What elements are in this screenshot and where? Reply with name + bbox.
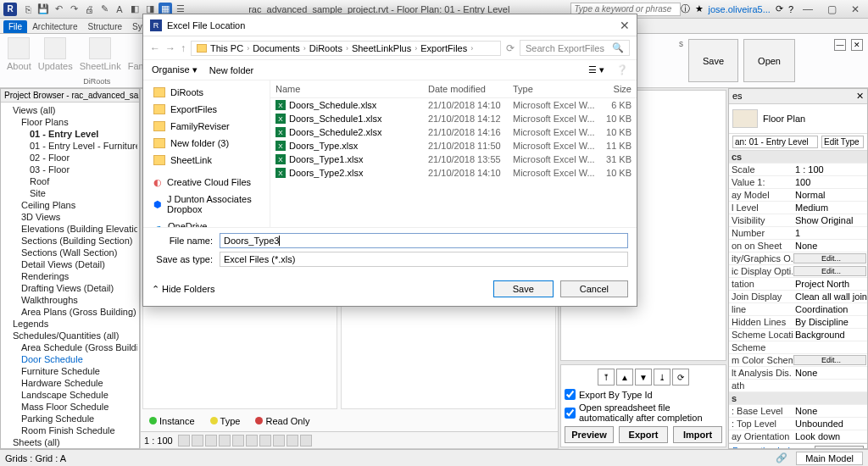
preview-button[interactable]: Preview [565, 426, 614, 443]
close-button[interactable]: ✕ [846, 3, 865, 15]
tree-node[interactable]: Legends [13, 318, 137, 330]
sheetlink-button[interactable]: SheetLink [80, 37, 121, 71]
vcb-icon[interactable] [246, 435, 258, 447]
ribbon-tab-file[interactable]: File [3, 20, 27, 33]
refresh-button[interactable]: ⟳ [672, 369, 689, 386]
hide-folders-button[interactable]: ⌃ Hide Folders [152, 284, 214, 295]
import-button[interactable]: Import [673, 426, 722, 443]
crumb-segment[interactable]: ExportFiles [420, 43, 467, 53]
user-label[interactable]: jose.oliveira5... [709, 4, 771, 14]
file-row[interactable]: XDoors_Schedule2.xlsx21/10/2018 14:16Mic… [270, 125, 637, 139]
qa-save-icon[interactable]: 💾 [36, 3, 50, 16]
tree-node[interactable]: 01 - Entry Level [13, 128, 137, 140]
col-type[interactable]: Type [513, 84, 598, 94]
move-bottom-button[interactable]: ⤓ [654, 369, 670, 386]
properties-instance-select[interactable]: an: 01 - Entry Level [732, 136, 818, 148]
status-workset[interactable]: Main Model [796, 452, 863, 465]
panel-save-button[interactable]: Save [688, 39, 738, 82]
nav-tree-item[interactable]: ◐Creative Cloud Files [148, 174, 264, 191]
property-row[interactable]: s [729, 392, 867, 405]
tree-node[interactable]: Area Plans (Gross Building) [13, 306, 137, 318]
move-down-button[interactable]: ▼ [635, 369, 652, 386]
file-name-input[interactable]: Doors_Type3 [220, 233, 628, 248]
panel-close-icon[interactable]: ✕ [851, 39, 863, 51]
panel-open-button[interactable]: Open [743, 39, 795, 82]
property-row[interactable]: on on SheetNone [729, 240, 867, 252]
vcb-icon[interactable] [205, 435, 217, 447]
tree-node[interactable]: 3D Views [13, 211, 137, 223]
new-folder-button[interactable]: New folder [209, 65, 254, 75]
properties-close-icon[interactable]: ✕ [856, 91, 864, 102]
project-browser-tree[interactable]: Views (all)Floor Plans01 - Entry Level01… [1, 103, 139, 449]
tree-node[interactable]: Furniture Schedule [13, 365, 137, 377]
property-row[interactable]: Value 1:100 [729, 176, 867, 189]
help-icon[interactable]: ? [788, 4, 793, 14]
ribbon-tab-structure[interactable]: Structure [82, 20, 127, 33]
tree-node[interactable]: Sections (Wall Section) [13, 247, 137, 258]
info-icon[interactable]: ⓘ [681, 3, 690, 15]
qa-redo-icon[interactable]: ↷ [67, 3, 81, 16]
property-row[interactable]: lineCoordination [729, 303, 867, 316]
property-row[interactable]: Hidden LinesBy Discipline [729, 316, 867, 329]
tree-node[interactable]: Walkthroughs [13, 294, 137, 306]
crumb-segment[interactable]: SheetLinkPlus [352, 43, 411, 53]
qa-misc3-icon[interactable]: ◧ [128, 3, 142, 16]
file-row[interactable]: XDoors_Type.xlsx21/10/2018 11:50Microsof… [270, 139, 637, 153]
qa-print-icon[interactable]: 🖨 [82, 3, 96, 16]
panel-min-icon[interactable]: — [834, 39, 846, 51]
property-row[interactable]: ay OrientationLook down [729, 430, 867, 443]
crumb-segment[interactable]: This PC [210, 43, 243, 53]
col-date[interactable]: Date modified [428, 84, 513, 94]
tree-node[interactable]: 03 - Floor [13, 164, 137, 175]
organise-button[interactable]: Organise ▾ [152, 64, 198, 75]
file-row[interactable]: XDoors_Type1.xlsx21/10/2018 13:55Microso… [270, 153, 637, 166]
tree-node[interactable]: Hardware Schedule [13, 377, 137, 389]
nav-refresh-icon[interactable]: ⟳ [506, 42, 515, 54]
property-row[interactable]: ath [729, 380, 867, 392]
nav-back-icon[interactable]: ← [150, 42, 160, 54]
move-up-button[interactable]: ▲ [616, 369, 633, 386]
sync-icon[interactable]: ⟳ [776, 3, 783, 14]
vcb-icon[interactable] [232, 435, 244, 447]
vcb-icon[interactable] [178, 435, 190, 447]
tree-node[interactable]: Landscape Schedule [13, 389, 137, 401]
star-icon[interactable]: ★ [695, 3, 704, 14]
property-row[interactable]: Join DisplayClean all wall joins [729, 291, 867, 303]
breadcrumb[interactable]: This PC›Documents›DiRoots›SheetLinkPlus›… [191, 41, 501, 56]
vcb-icon[interactable] [219, 435, 231, 447]
vcb-icon[interactable] [273, 435, 285, 447]
dialog-save-button[interactable]: Save [493, 280, 554, 297]
tree-node[interactable]: Elevations (Building Elevation) [13, 223, 137, 235]
save-type-select[interactable]: Excel Files (*.xls) [220, 252, 628, 267]
property-row[interactable]: : Base LevelNone [729, 405, 867, 418]
properties-type-selector[interactable]: Floor Plan [729, 104, 867, 134]
property-row[interactable]: Scale1 : 100 [729, 164, 867, 176]
tree-node[interactable]: Site [13, 187, 137, 199]
dialog-nav-tree[interactable]: DiRootsExportFilesFamilyReviserNew folde… [143, 80, 270, 227]
nav-up-icon[interactable]: ↑ [181, 42, 186, 54]
property-row[interactable]: tationProject North [729, 278, 867, 291]
crumb-segment[interactable]: Documents [253, 43, 300, 53]
move-top-button[interactable]: ⤒ [598, 369, 615, 386]
tree-node[interactable]: Drafting Views (Detail) [13, 282, 137, 294]
nav-tree-item[interactable]: New folder (3) [148, 135, 264, 152]
file-row[interactable]: XDoors_Type2.xlsx21/10/2018 14:10Microso… [270, 166, 637, 180]
property-row[interactable]: Scheme Locati...Background [729, 329, 867, 341]
tree-node[interactable]: Sections (Building Section) [13, 235, 137, 247]
property-row[interactable]: VisibilityShow Original [729, 214, 867, 227]
qa-open-icon[interactable]: ⎘ [21, 3, 35, 16]
tree-node[interactable]: Views (all) [13, 104, 137, 116]
col-size[interactable]: Size [598, 84, 632, 94]
tree-node[interactable]: Ceiling Plans [13, 199, 137, 211]
property-row[interactable]: m Color Schem...Edit... [729, 354, 867, 367]
restore-button[interactable]: ▢ [822, 3, 841, 15]
export-by-type-check[interactable]: Export By Type Id [565, 389, 722, 400]
property-row[interactable]: ity/Graphics O...Edit... [729, 252, 867, 265]
property-row[interactable]: ic Display Opti...Edit... [729, 265, 867, 278]
about-button[interactable]: About [7, 37, 31, 71]
open-after-check[interactable]: Open spreadsheet file automatically afte… [565, 402, 722, 423]
tree-node[interactable]: Room Finish Schedule [13, 424, 137, 436]
property-row[interactable]: lt Analysis Dis...None [729, 367, 867, 380]
tree-node[interactable]: Mass Floor Schedule [13, 401, 137, 413]
vcb-icon[interactable] [287, 435, 298, 447]
